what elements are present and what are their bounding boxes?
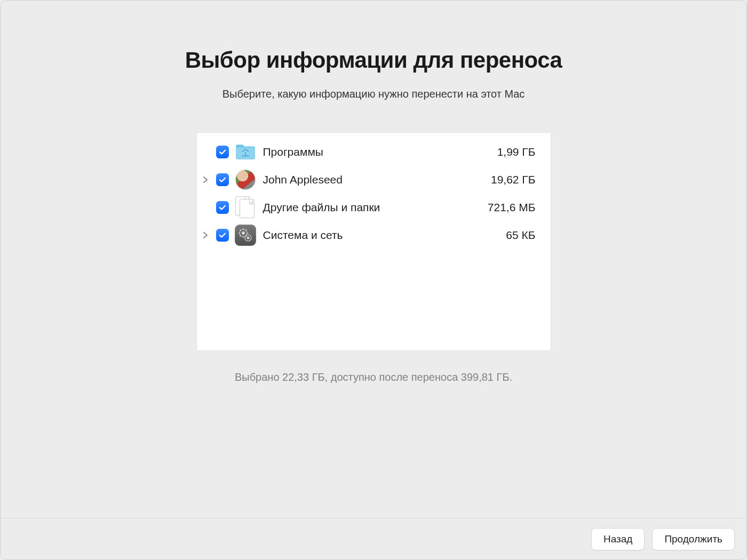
list-item[interactable]: John Appleseed 19,62 ГБ [200,166,536,194]
dialog-footer: Назад Продолжить [1,518,746,559]
svg-line-9 [246,230,247,230]
user-avatar-icon [234,169,257,191]
checkmark-icon [218,203,227,212]
system-settings-icon [234,224,257,246]
svg-line-8 [240,236,240,236]
item-size: 19,62 ГБ [491,173,536,186]
documents-icon [234,196,257,219]
checkmark-icon [218,231,227,239]
svg-line-6 [240,230,240,230]
chevron-right-icon[interactable] [200,177,212,183]
transfer-items-list: Программы 1,99 ГБ John Appleseed 19,62 Г… [196,132,551,351]
apps-folder-icon [234,141,257,163]
page-title: Выбор информации для переноса [185,47,562,73]
item-size: 1,99 ГБ [497,146,536,158]
page-subtitle: Выберите, какую информацию нужно перенес… [222,88,525,100]
svg-point-1 [242,232,244,235]
item-label: Программы [263,146,493,158]
item-size: 721,6 МБ [488,201,536,214]
svg-line-7 [246,236,247,236]
checkmark-icon [218,148,227,156]
list-item[interactable]: Другие файлы и папки 721,6 МБ [200,194,536,221]
checkmark-icon [218,175,227,184]
back-button[interactable]: Назад [591,528,645,550]
list-item[interactable]: Программы 1,99 ГБ [200,138,536,166]
checkbox[interactable] [216,173,229,186]
chevron-right-icon[interactable] [200,232,212,238]
checkbox[interactable] [216,201,229,214]
list-item[interactable]: Система и сеть 65 КБ [200,221,536,249]
selection-summary: Выбрано 22,33 ГБ, доступно после перенос… [235,371,512,383]
checkbox[interactable] [216,229,229,242]
item-label: John Appleseed [263,173,487,186]
item-label: Другие файлы и папки [263,201,483,214]
continue-button[interactable]: Продолжить [652,528,735,550]
svg-point-11 [247,237,249,239]
item-size: 65 КБ [506,229,535,242]
item-label: Система и сеть [263,229,502,242]
migration-assistant-panel: Выбор информации для переноса Выберите, … [1,1,746,518]
checkbox[interactable] [216,146,229,158]
